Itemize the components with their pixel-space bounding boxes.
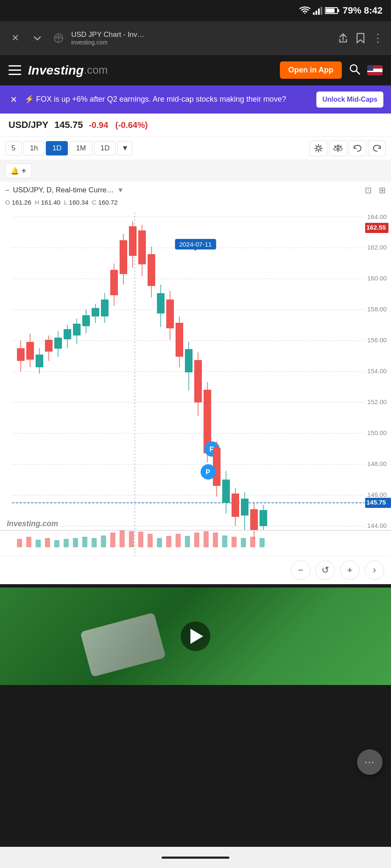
- chart-forward-button[interactable]: ›: [365, 560, 384, 580]
- site-logo: Investing.com: [28, 63, 273, 78]
- flag-icon[interactable]: [367, 65, 383, 75]
- svg-rect-67: [92, 308, 99, 316]
- svg-point-19: [339, 148, 342, 150]
- more-options-button[interactable]: ⋮: [372, 32, 384, 45]
- bookmark-icon: [355, 33, 366, 44]
- ohlc-c: C 160.72: [92, 199, 118, 206]
- ohlc-h: H 161.40: [35, 199, 61, 206]
- gear-icon: [314, 144, 323, 153]
- svg-rect-118: [101, 535, 106, 547]
- svg-rect-103: [241, 499, 249, 516]
- video-section[interactable]: [0, 588, 391, 685]
- svg-rect-85: [176, 323, 183, 357]
- svg-text:154.00: 154.00: [367, 367, 387, 374]
- timeframe-dropdown[interactable]: ▼: [117, 141, 132, 155]
- timeframe-5-button[interactable]: 5: [5, 141, 22, 155]
- browser-close-button[interactable]: ✕: [7, 30, 24, 47]
- compare-button[interactable]: [329, 140, 347, 156]
- hamburger-menu-button[interactable]: [8, 65, 21, 75]
- candlestick-chart[interactable]: 2024-07-11 164.00 162.00 160.00 158.00 1…: [0, 208, 391, 556]
- chart-expand-button[interactable]: ▼: [117, 186, 124, 194]
- chart-svg-wrapper[interactable]: − USD/JPY, D, Real-time Curre… ▼ ⊡ ⊞ O 1…: [0, 182, 391, 584]
- add-alert-button[interactable]: 🔔 +: [5, 164, 32, 178]
- svg-rect-77: [138, 230, 146, 264]
- unlock-midcaps-button[interactable]: Unlock Mid-Caps: [316, 92, 383, 108]
- svg-text:156.00: 156.00: [367, 336, 387, 344]
- home-indicator[interactable]: [162, 857, 229, 859]
- chart-fullscreen-button[interactable]: ⊞: [379, 185, 386, 195]
- current-price: 145.75: [54, 119, 83, 130]
- svg-rect-61: [64, 329, 71, 339]
- banner-text: ⚡ FOX is up +6% after Q2 earnings. Are m…: [25, 94, 311, 105]
- alert-row: 🔔 +: [0, 160, 391, 182]
- svg-rect-128: [194, 532, 199, 547]
- open-in-app-button[interactable]: Open in App: [280, 61, 342, 79]
- price-chart-svg[interactable]: 164.00 162.00 160.00 158.00 156.00 154.0…: [0, 208, 391, 556]
- redo-button[interactable]: [368, 140, 386, 156]
- timeframe-1m-button[interactable]: 1M: [70, 141, 92, 155]
- status-bar: 79% 8:42: [0, 0, 391, 21]
- svg-rect-115: [73, 538, 78, 547]
- svg-text:146.00: 146.00: [367, 491, 387, 498]
- chart-camera-button[interactable]: ⊡: [365, 185, 372, 195]
- share-icon: [338, 33, 349, 44]
- svg-point-15: [317, 147, 320, 150]
- battery-icon: [325, 7, 340, 14]
- ohlc-o: O 161.26: [5, 199, 31, 206]
- svg-point-18: [334, 148, 337, 150]
- svg-text:150.00: 150.00: [367, 429, 387, 436]
- chart-bottom-bar: − ↺ + ›: [0, 556, 391, 584]
- svg-rect-1: [316, 11, 317, 15]
- undo-icon: [353, 144, 362, 153]
- status-icons: 79% 8:42: [299, 5, 383, 16]
- svg-rect-117: [92, 538, 97, 547]
- svg-rect-12: [8, 74, 21, 75]
- svg-rect-130: [213, 532, 218, 547]
- ohlc-l: L 160.34: [64, 199, 89, 206]
- chart-container: 5 1h 1D 1M 1D ▼: [0, 136, 391, 584]
- svg-rect-122: [138, 532, 143, 547]
- svg-rect-79: [148, 254, 155, 286]
- svg-rect-0: [313, 12, 315, 15]
- chart-pair-label: USD/JPY, D, Real-time Curre…: [13, 186, 114, 194]
- svg-rect-121: [129, 531, 134, 547]
- scale-icon: [333, 144, 343, 153]
- undo-button[interactable]: [349, 140, 366, 156]
- share-button[interactable]: [338, 33, 349, 44]
- svg-text:160.00: 160.00: [367, 275, 387, 282]
- browser-expand-button[interactable]: [29, 30, 46, 47]
- svg-rect-131: [222, 535, 227, 547]
- search-button[interactable]: [349, 63, 360, 78]
- svg-rect-10: [8, 65, 21, 67]
- svg-rect-116: [82, 537, 87, 547]
- timeframe-1d-alt-button[interactable]: 1D: [94, 141, 116, 155]
- svg-rect-73: [120, 240, 127, 274]
- svg-rect-5: [338, 9, 339, 12]
- chart-zoom-out-button[interactable]: −: [291, 560, 310, 580]
- timeframe-1h-button[interactable]: 1h: [23, 141, 44, 155]
- svg-text:152.00: 152.00: [367, 398, 387, 405]
- bookmark-button[interactable]: [355, 33, 366, 44]
- svg-rect-105: [250, 509, 258, 530]
- timeframe-1d-button[interactable]: 1D: [46, 141, 68, 155]
- fab-more-button[interactable]: ···: [357, 749, 383, 775]
- currency-pair: USD/JPY: [8, 119, 48, 130]
- svg-rect-129: [204, 531, 209, 547]
- redo-icon: [372, 144, 382, 153]
- browser-action-buttons: ⋮: [338, 32, 384, 45]
- svg-rect-99: [222, 480, 230, 503]
- svg-text:162.00: 162.00: [367, 244, 387, 251]
- svg-rect-134: [250, 537, 255, 547]
- browser-url-area[interactable]: USD JPY Chart - Inv… investing.com: [71, 31, 332, 46]
- svg-rect-69: [101, 300, 109, 316]
- minimize-chart-button[interactable]: −: [5, 186, 10, 195]
- chart-zoom-in-button[interactable]: +: [340, 560, 360, 580]
- svg-rect-123: [148, 534, 153, 547]
- hamburger-icon: [8, 65, 21, 75]
- chart-reset-button[interactable]: ↺: [316, 560, 335, 580]
- banner-close-button[interactable]: ✕: [8, 94, 20, 105]
- video-play-button[interactable]: [181, 621, 210, 651]
- svg-text:164.00: 164.00: [367, 213, 387, 220]
- svg-text:162.55: 162.55: [366, 224, 386, 231]
- chart-settings-button[interactable]: [310, 140, 327, 156]
